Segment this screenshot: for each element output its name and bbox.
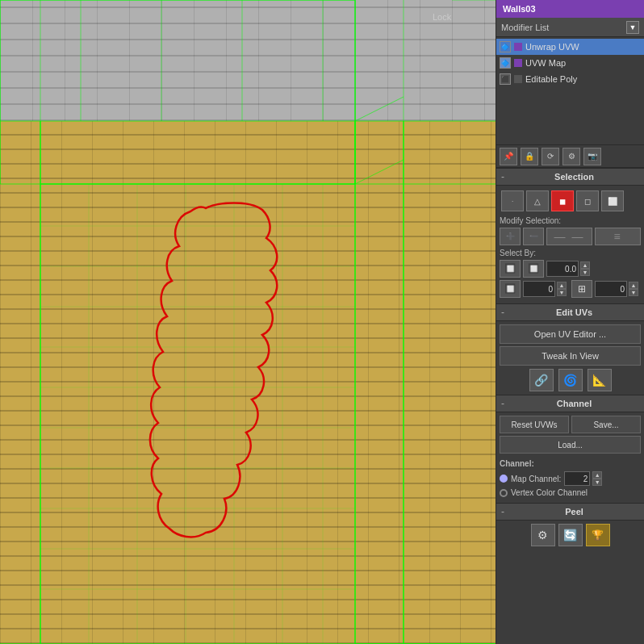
select-by-icon-btn-3[interactable]: 🔲 bbox=[500, 280, 521, 298]
spinbox-2-down[interactable]: ▼ bbox=[557, 289, 567, 296]
modifier-list-header[interactable]: Modifier List ▼ bbox=[496, 18, 644, 37]
subobj-face-btn[interactable]: ◼ bbox=[551, 190, 574, 211]
select-by-row-2: 🔲 ▲ ▼ ⊞ ▲ ▼ bbox=[500, 280, 641, 298]
subobject-buttons-row: · △ ◼ ◻ ⬜ bbox=[500, 189, 641, 213]
ring-selection-btn[interactable]: ≡ bbox=[595, 228, 641, 245]
map-channel-arrows: ▲ ▼ bbox=[592, 471, 602, 486]
selection-section: · △ ◼ ◻ ⬜ Modify Selection: ➕ ➖ — — ≡ Se… bbox=[496, 186, 644, 303]
spinbox-3-arrows: ▲ ▼ bbox=[629, 282, 638, 296]
subobj-edge-btn[interactable]: △ bbox=[526, 190, 549, 211]
modifier-label-uvw-map: UVW Map bbox=[525, 58, 566, 68]
map-channel-up[interactable]: ▲ bbox=[592, 471, 602, 479]
modifier-label-editable-poly: Editable Poly bbox=[525, 74, 577, 84]
toolbar-btn-lock[interactable]: 🔒 bbox=[521, 148, 538, 165]
load-row: Load... bbox=[500, 436, 641, 454]
reset-uvws-button[interactable]: Reset UVWs bbox=[500, 416, 569, 433]
toolbar-btn-pin[interactable]: 📌 bbox=[500, 148, 517, 165]
modifier-empty-space bbox=[496, 89, 644, 145]
selection-collapse-button[interactable]: - bbox=[501, 171, 504, 182]
spinbox-1-arrows: ▲ ▼ bbox=[580, 261, 590, 276]
peel-section: ⚙ 🔄 🏆 bbox=[496, 521, 644, 550]
modifier-label-unwrap-uvw: Unwrap UVW bbox=[525, 42, 579, 52]
save-button[interactable]: Save... bbox=[571, 416, 641, 433]
modifier-item-uvw-map[interactable]: 🔷 UVW Map bbox=[496, 55, 644, 71]
toolbar-row: 📌 🔒 ⟳ ⚙ 📷 bbox=[496, 145, 644, 168]
edit-uvs-section: Open UV Editor ... Tweak In View 🔗 🌀 📐 bbox=[496, 321, 644, 395]
edit-uvs-collapse-button[interactable]: - bbox=[501, 307, 504, 318]
main-container: Lock Walls03 Modifier List ▼ 🔷 Unwrap UV… bbox=[0, 0, 644, 644]
modifier-item-editable-poly[interactable]: ⬛ Editable Poly bbox=[496, 71, 644, 87]
spinbox-group-3: ▲ ▼ bbox=[595, 281, 641, 297]
shrink-selection-btn[interactable]: ➖ bbox=[523, 228, 544, 245]
select-by-row-1: 🔲 🔲 ▲ ▼ bbox=[500, 260, 641, 278]
selection-title: Selection bbox=[509, 172, 639, 182]
uv-icon-relax[interactable]: 🌀 bbox=[558, 369, 583, 391]
subobj-element-btn[interactable]: ⬜ bbox=[601, 190, 624, 211]
modifier-icon-editable-poly: ⬛ bbox=[500, 73, 511, 85]
subobj-border-btn[interactable]: ◻ bbox=[576, 190, 599, 211]
peel-section-header: - Peel bbox=[496, 503, 644, 521]
spinbox-1-down[interactable]: ▼ bbox=[580, 269, 590, 276]
spinbox-group-1: ▲ ▼ bbox=[546, 261, 641, 277]
vertex-color-channel-label: Vertex Color Channel bbox=[511, 488, 588, 497]
map-channel-spinbox-group: ▲ ▼ bbox=[564, 471, 602, 486]
channel-collapse-button[interactable]: - bbox=[501, 398, 504, 409]
modifier-dropdown-button[interactable]: ▼ bbox=[626, 21, 639, 34]
map-channel-radio-row: Map Channel: ▲ ▼ bbox=[500, 471, 641, 486]
peel-btn-2[interactable]: 🔄 bbox=[558, 524, 583, 546]
toolbar-btn-camera[interactable]: 📷 bbox=[583, 148, 601, 165]
viewport[interactable]: Lock bbox=[0, 0, 496, 644]
modifier-color-uvw-map bbox=[514, 59, 522, 67]
modifier-color-editable-poly bbox=[514, 75, 522, 83]
edit-uvs-title: Edit UVs bbox=[509, 307, 639, 317]
tweak-in-view-button[interactable]: Tweak In View bbox=[500, 346, 641, 366]
peel-icons-row: ⚙ 🔄 🏆 bbox=[500, 524, 641, 546]
spinbox-2-up[interactable]: ▲ bbox=[557, 282, 567, 289]
ring-dashes-icon: ≡ bbox=[613, 230, 621, 243]
select-by-spinbox-2[interactable] bbox=[523, 281, 555, 297]
loop-selection-btn[interactable]: — — bbox=[546, 228, 592, 245]
channel-buttons-row: Reset UVWs Save... bbox=[500, 416, 641, 433]
spinbox-1-up[interactable]: ▲ bbox=[580, 261, 590, 269]
select-by-icon-btn-1[interactable]: 🔲 bbox=[500, 260, 521, 278]
right-panel: Walls03 Modifier List ▼ 🔷 Unwrap UVW 🔷 U… bbox=[496, 0, 644, 644]
vertex-color-channel-radio[interactable] bbox=[500, 489, 508, 497]
spinbox-3-down[interactable]: ▼ bbox=[629, 289, 638, 296]
uv-icon-stitch[interactable]: 🔗 bbox=[529, 369, 554, 391]
spinbox-3-up[interactable]: ▲ bbox=[629, 282, 638, 289]
peel-collapse-button[interactable]: - bbox=[501, 506, 504, 517]
peel-btn-1[interactable]: ⚙ bbox=[531, 524, 555, 546]
peel-title: Peel bbox=[509, 507, 639, 516]
modifier-item-unwrap-uvw[interactable]: 🔷 Unwrap UVW bbox=[496, 39, 644, 55]
channel-section: Reset UVWs Save... Load... Channel: Map … bbox=[496, 412, 644, 503]
edit-uvs-icons-row: 🔗 🌀 📐 bbox=[500, 369, 641, 391]
select-by-spinbox-1[interactable] bbox=[546, 261, 579, 277]
edit-uvs-section-header: - Edit UVs bbox=[496, 303, 644, 321]
spinbox-group-2: ▲ ▼ bbox=[523, 281, 569, 297]
channel-title: Channel bbox=[509, 399, 639, 408]
map-channel-radio[interactable] bbox=[500, 475, 508, 483]
modify-selection-label: Modify Selection: bbox=[500, 216, 641, 225]
modifier-icon-uvw-map: 🔷 bbox=[500, 57, 511, 69]
modify-selection-row: ➕ ➖ — — ≡ bbox=[500, 228, 641, 245]
map-channel-spinbox[interactable] bbox=[564, 471, 590, 486]
toolbar-btn-reset[interactable]: ⟳ bbox=[542, 148, 559, 165]
load-button[interactable]: Load... bbox=[500, 436, 641, 454]
vertex-color-channel-radio-row: Vertex Color Channel bbox=[500, 488, 641, 497]
select-by-icon-btn-2[interactable]: 🔲 bbox=[523, 260, 544, 278]
subobj-vertex-btn[interactable]: · bbox=[501, 190, 524, 211]
grow-selection-btn[interactable]: ➕ bbox=[500, 228, 521, 245]
modifier-icon-unwrap: 🔷 bbox=[500, 41, 511, 52]
select-by-spinbox-3[interactable] bbox=[595, 281, 627, 297]
toolbar-btn-settings[interactable]: ⚙ bbox=[562, 148, 580, 165]
select-by-label: Select By: bbox=[500, 249, 641, 257]
modifier-list-label: Modifier List bbox=[501, 23, 626, 32]
select-by-icon-btn-4[interactable]: ⊞ bbox=[571, 280, 592, 298]
scene-background: Lock bbox=[0, 0, 496, 644]
channel-label: Channel: bbox=[500, 459, 641, 468]
open-uv-editor-button[interactable]: Open UV Editor ... bbox=[500, 324, 641, 344]
uv-icon-align[interactable]: 📐 bbox=[588, 369, 612, 391]
loop-dashes-icon: — — bbox=[554, 230, 585, 243]
peel-btn-3[interactable]: 🏆 bbox=[586, 524, 610, 546]
map-channel-down[interactable]: ▼ bbox=[592, 479, 602, 486]
